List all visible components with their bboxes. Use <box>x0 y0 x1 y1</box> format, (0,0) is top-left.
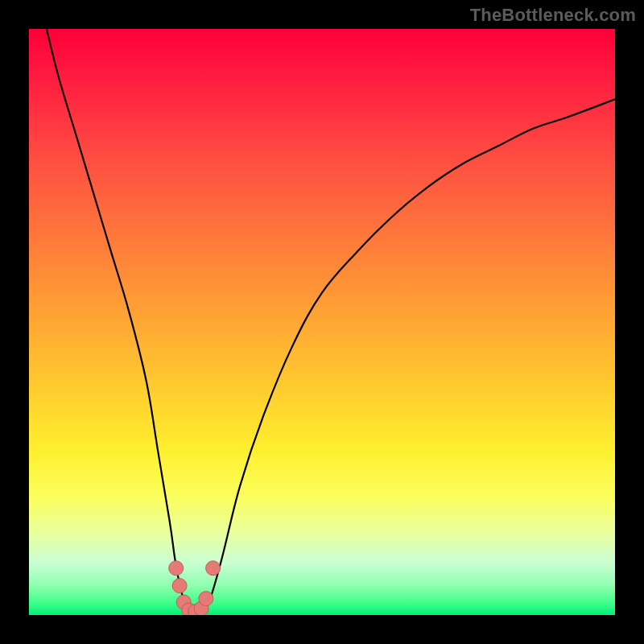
chart-overlay <box>29 29 615 615</box>
curve-marker <box>169 561 184 576</box>
bottleneck-curve <box>47 29 615 615</box>
curve-marker <box>199 592 213 606</box>
curve-markers <box>169 561 221 615</box>
curve-marker <box>206 561 221 576</box>
chart-frame: TheBottleneck.com <box>0 0 644 644</box>
watermark-text: TheBottleneck.com <box>470 5 636 26</box>
curve-marker <box>172 579 187 593</box>
